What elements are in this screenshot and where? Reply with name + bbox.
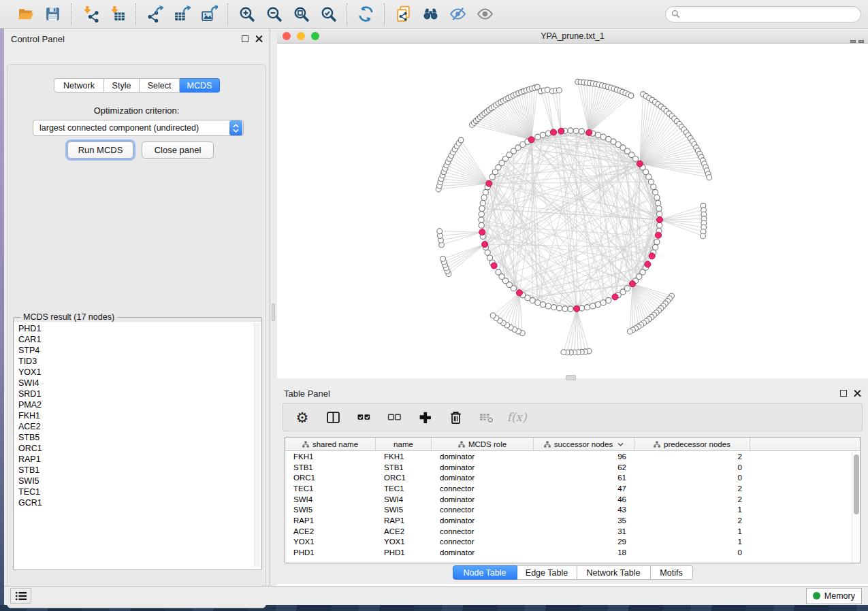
- optimization-criterion-label: Optimization criterion:: [7, 105, 266, 116]
- cell-predecessor_nodes: 0: [634, 474, 750, 482]
- mcds-node-item[interactable]: YOX1: [18, 367, 261, 378]
- zoom-fit-button[interactable]: [291, 5, 310, 24]
- export-network-button[interactable]: [145, 5, 164, 24]
- search-input[interactable]: [684, 10, 855, 19]
- float-panel-icon[interactable]: [242, 35, 248, 42]
- node-table-header: shared namenameMCDS rolesuccessor nodesp…: [285, 437, 860, 451]
- table-scrollbar-thumb[interactable]: [854, 455, 859, 514]
- function-builder-button: f(x): [509, 409, 525, 425]
- memory-label: Memory: [824, 591, 855, 601]
- mcds-node-item[interactable]: TEC1: [18, 486, 261, 497]
- export-image-button[interactable]: [199, 5, 219, 24]
- table-row[interactable]: STB1STB1dominator620: [285, 462, 860, 473]
- show-panels-list-button[interactable]: [10, 588, 31, 604]
- mcds-node-item[interactable]: SRD1: [18, 389, 261, 399]
- mcds-node-item[interactable]: SWI5: [18, 476, 261, 486]
- import-table-button[interactable]: [108, 5, 127, 24]
- mcds-node-item[interactable]: CAR1: [18, 334, 261, 345]
- horizontal-split-divider[interactable]: [277, 378, 868, 383]
- table-row[interactable]: ORC1ORC1dominator610: [285, 472, 860, 483]
- document-share-icon: [395, 5, 412, 22]
- mcds-node-item[interactable]: TID3: [18, 356, 261, 367]
- table-row[interactable]: YOX1YOX1connector291: [285, 537, 860, 548]
- close-panel-icon[interactable]: [255, 35, 263, 43]
- show-eye-button[interactable]: [475, 5, 494, 24]
- table-panel: Table Panel ⚙f(x) shared namenameMCDS ro…: [277, 383, 868, 584]
- show-columns-button[interactable]: [325, 409, 341, 425]
- hide-glasses-button[interactable]: [448, 5, 467, 24]
- cell-name: SWI5: [376, 506, 432, 514]
- tab-style[interactable]: Style: [104, 78, 140, 93]
- tab-mcds[interactable]: MCDS: [180, 78, 220, 93]
- select-all-columns-button[interactable]: [355, 409, 372, 425]
- vertical-split-handle[interactable]: [272, 303, 275, 321]
- zoom-in-button[interactable]: [237, 5, 256, 24]
- mcds-node-item[interactable]: STP4: [18, 345, 261, 356]
- export-table-button[interactable]: [172, 5, 191, 24]
- cell-name: STB1: [376, 463, 432, 472]
- delete-columns-button[interactable]: [447, 409, 464, 425]
- mcds-node-item[interactable]: ORC1: [18, 443, 261, 454]
- splitpane-expander-icon[interactable]: [858, 40, 864, 43]
- mcds-node-item[interactable]: SWI4: [18, 378, 261, 389]
- create-column-button[interactable]: [417, 409, 433, 425]
- tab-motifs[interactable]: Motifs: [651, 565, 693, 580]
- save-session-button[interactable]: [43, 5, 62, 24]
- open-file-button[interactable]: [16, 5, 35, 24]
- table-row[interactable]: SWI5SWI5connector431: [285, 504, 860, 515]
- eye-icon: [477, 5, 494, 22]
- mcds-node-item[interactable]: STB1: [18, 465, 261, 476]
- mcds-node-item[interactable]: GCR1: [18, 497, 261, 508]
- table-row[interactable]: ACE2ACE2connector311: [285, 526, 860, 537]
- vertical-split-divider[interactable]: [270, 29, 277, 587]
- search-box[interactable]: [665, 6, 861, 22]
- zoom-out-button[interactable]: [264, 5, 283, 24]
- column-header-predecessor-nodes[interactable]: predecessor nodes: [634, 437, 750, 450]
- network-graph-svg[interactable]: [277, 44, 868, 378]
- network-canvas[interactable]: [277, 44, 868, 378]
- mcds-node-item[interactable]: ACE2: [18, 421, 261, 432]
- table-row[interactable]: SWI4SWI4dominator462: [285, 494, 860, 505]
- column-header-MCDS-role[interactable]: MCDS role: [432, 437, 534, 450]
- criterion-select[interactable]: largest connected component (undirected): [33, 120, 244, 136]
- node-table[interactable]: shared namenameMCDS rolesuccessor nodesp…: [285, 437, 861, 563]
- tab-network-table[interactable]: Network Table: [577, 565, 651, 580]
- mcds-node-item[interactable]: PHD1: [18, 323, 261, 334]
- horizontal-split-handle[interactable]: [566, 375, 576, 380]
- table-scrollbar[interactable]: [852, 452, 859, 563]
- mcds-node-item[interactable]: STB5: [18, 432, 261, 443]
- mcds-node-item[interactable]: FKH1: [18, 410, 261, 421]
- float-panel-icon[interactable]: [840, 390, 847, 397]
- table-settings-button[interactable]: ⚙: [294, 409, 310, 425]
- refresh-view-button[interactable]: [356, 5, 375, 24]
- table-row[interactable]: PHD1PHD1dominator180: [285, 547, 860, 558]
- cell-successor_nodes: 31: [534, 527, 634, 535]
- close-panel-button[interactable]: Close panel: [142, 142, 214, 159]
- mcds-result-list[interactable]: PHD1CAR1STP4TID3YOX1SWI4SRD1PMA2FKH1ACE2…: [14, 322, 261, 569]
- splitpane-expander-icon[interactable]: [850, 40, 856, 43]
- import-network-button[interactable]: [80, 5, 99, 24]
- column-header-name[interactable]: name: [376, 437, 432, 450]
- column-header-shared-name[interactable]: shared name: [285, 437, 376, 450]
- memory-button[interactable]: Memory: [806, 588, 862, 604]
- mcds-node-item[interactable]: PMA2: [18, 399, 261, 410]
- run-mcds-button[interactable]: Run MCDS: [67, 142, 133, 159]
- cell-name: YOX1: [376, 538, 432, 546]
- column-header-successor-nodes[interactable]: successor nodes: [534, 437, 634, 450]
- tab-network[interactable]: Network: [54, 78, 104, 93]
- mcds-list-scrollbar[interactable]: [254, 323, 260, 567]
- table-row[interactable]: RAP1RAP1dominator352: [285, 515, 860, 526]
- tab-select[interactable]: Select: [140, 78, 180, 93]
- find-network-button[interactable]: [421, 5, 440, 24]
- network-window-titlebar[interactable]: YPA_prune.txt_1: [277, 29, 868, 44]
- tab-edge-table[interactable]: Edge Table: [517, 565, 577, 580]
- mcds-node-item[interactable]: RAP1: [18, 454, 261, 465]
- table-row[interactable]: TEC1TEC1connector472: [285, 483, 860, 494]
- share-document-button[interactable]: [393, 5, 413, 24]
- tab-node-table[interactable]: Node Table: [453, 565, 517, 580]
- unselect-all-columns-button[interactable]: [386, 409, 402, 425]
- zoom-selected-button[interactable]: [319, 5, 338, 24]
- close-panel-icon[interactable]: [854, 390, 861, 397]
- cell-shared_name: STB1: [285, 463, 376, 472]
- table-row[interactable]: FKH1FKH1dominator962: [285, 451, 860, 462]
